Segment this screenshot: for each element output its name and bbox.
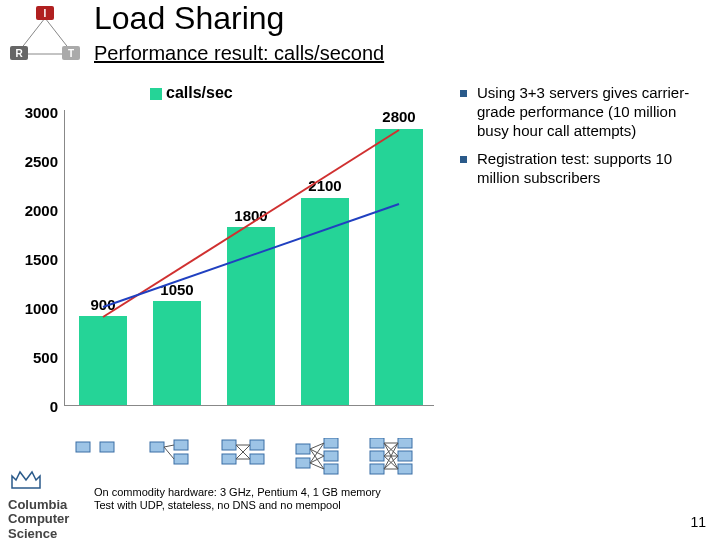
xaxis-diagram-1 bbox=[146, 438, 194, 478]
bar-label-4: 2800 bbox=[369, 108, 429, 125]
ytick-500: 500 bbox=[10, 349, 58, 366]
bar-0 bbox=[79, 316, 127, 405]
logo-node-r: R bbox=[10, 46, 28, 60]
bullet-item: Registration test: supports 10 million s… bbox=[460, 150, 710, 188]
xaxis-diagram-0 bbox=[72, 438, 120, 478]
ytick-1000: 1000 bbox=[10, 300, 58, 317]
svg-rect-9 bbox=[174, 454, 188, 464]
affiliation-line3: Science bbox=[8, 527, 69, 540]
ytick-3000: 3000 bbox=[10, 104, 58, 121]
svg-rect-5 bbox=[76, 442, 90, 452]
bar-3 bbox=[301, 198, 349, 405]
irt-triangle-logo: I R T bbox=[8, 6, 80, 66]
svg-rect-33 bbox=[370, 464, 384, 474]
svg-rect-13 bbox=[222, 454, 236, 464]
chart-legend: calls/sec bbox=[150, 84, 233, 102]
slide-subtitle: Performance result: calls/second bbox=[94, 42, 384, 65]
bar-1 bbox=[153, 301, 201, 405]
bar-label-0: 900 bbox=[73, 296, 133, 313]
svg-rect-31 bbox=[370, 438, 384, 448]
svg-rect-14 bbox=[250, 440, 264, 450]
bullet-list: Using 3+3 servers gives carrier-grade pe… bbox=[460, 84, 710, 198]
page-number: 11 bbox=[690, 514, 706, 530]
ytick-2500: 2500 bbox=[10, 153, 58, 170]
xaxis-diagram-3 bbox=[294, 438, 342, 478]
bar-label-1: 1050 bbox=[147, 281, 207, 298]
columbia-crown-icon bbox=[8, 466, 44, 494]
hardware-note-line2: Test with UDP, stateless, no DNS and no … bbox=[94, 499, 381, 512]
svg-rect-35 bbox=[398, 451, 412, 461]
svg-rect-22 bbox=[324, 438, 338, 448]
svg-rect-6 bbox=[100, 442, 114, 452]
bar-label-3: 2100 bbox=[295, 177, 355, 194]
hardware-note-line1: On commodity hardware: 3 GHz, Pentium 4,… bbox=[94, 486, 381, 499]
bar-label-2: 1800 bbox=[221, 207, 281, 224]
ytick-1500: 1500 bbox=[10, 251, 58, 268]
legend-label: calls/sec bbox=[166, 84, 233, 101]
affiliation-line1: Columbia bbox=[8, 498, 69, 512]
ytick-0: 0 bbox=[10, 398, 58, 415]
svg-rect-21 bbox=[296, 458, 310, 468]
affiliation: Columbia Computer Science bbox=[8, 498, 69, 540]
plot-area: 900 1050 1800 2100 2800 bbox=[64, 110, 434, 406]
xaxis-diagram-4 bbox=[368, 438, 416, 478]
logo-node-t: T bbox=[62, 46, 80, 60]
bullet-text: Registration test: supports 10 million s… bbox=[477, 150, 710, 188]
affiliation-line2: Computer bbox=[8, 512, 69, 526]
svg-line-11 bbox=[164, 447, 174, 459]
bullet-text: Using 3+3 servers gives carrier-grade pe… bbox=[477, 84, 710, 140]
svg-rect-12 bbox=[222, 440, 236, 450]
svg-line-10 bbox=[164, 445, 174, 447]
svg-rect-24 bbox=[324, 464, 338, 474]
bullet-item: Using 3+3 servers gives carrier-grade pe… bbox=[460, 84, 710, 140]
legend-swatch bbox=[150, 88, 162, 100]
svg-rect-20 bbox=[296, 444, 310, 454]
bar-4 bbox=[375, 129, 423, 405]
bullet-icon bbox=[460, 90, 467, 97]
svg-rect-7 bbox=[150, 442, 164, 452]
bar-chart: calls/sec 3000 2500 2000 1500 1000 500 0… bbox=[10, 84, 440, 434]
svg-rect-32 bbox=[370, 451, 384, 461]
svg-rect-23 bbox=[324, 451, 338, 461]
svg-rect-34 bbox=[398, 438, 412, 448]
logo-node-i: I bbox=[36, 6, 54, 20]
bullet-icon bbox=[460, 156, 467, 163]
hardware-note: On commodity hardware: 3 GHz, Pentium 4,… bbox=[94, 486, 381, 512]
ytick-2000: 2000 bbox=[10, 202, 58, 219]
svg-rect-8 bbox=[174, 440, 188, 450]
xaxis-diagram-2 bbox=[220, 438, 268, 478]
svg-rect-36 bbox=[398, 464, 412, 474]
xaxis-category-diagrams bbox=[64, 438, 434, 482]
slide-title: Load Sharing bbox=[94, 0, 284, 37]
bar-2 bbox=[227, 227, 275, 405]
svg-rect-15 bbox=[250, 454, 264, 464]
